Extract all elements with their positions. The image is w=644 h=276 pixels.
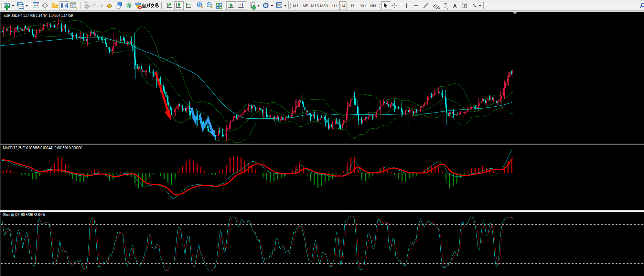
svg-text:EURUSD,H4 1.14706 1.14764 1.1: EURUSD,H4 1.14706 1.14764 1.14654 1.1475… <box>4 13 73 18</box>
svg-text:MACD(12,26,9) 0.003665 0.00244: MACD(12,26,9) 0.003665 0.002441 0.001590… <box>3 146 82 150</box>
svg-text:Stoch(5,3,3) 90.8686 88.8505: Stoch(5,3,3) 90.8686 88.8505 <box>3 212 45 217</box>
